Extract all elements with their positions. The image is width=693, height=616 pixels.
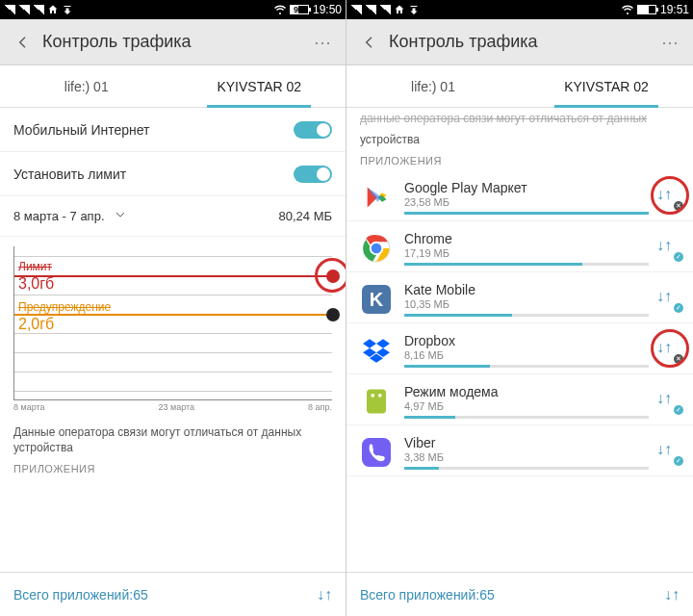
app-icon (360, 334, 393, 367)
footer-summary[interactable]: Всего приложений:65 ↓↑ (0, 572, 346, 616)
home-icon (47, 4, 59, 15)
app-name: Google Play Маркет (404, 180, 649, 195)
total-apps-label: Всего приложений:65 (13, 587, 148, 603)
apps-section-label: ПРИЛОЖЕНИЯ (346, 149, 693, 170)
left-screenshot: 9 19:50 Контроль трафика ⋯ life:) 01 KYI… (0, 0, 346, 616)
sort-icon[interactable]: ↓↑ (664, 586, 680, 603)
svg-rect-7 (362, 438, 391, 467)
page-title: Контроль трафика (42, 32, 192, 52)
limit-line[interactable] (14, 275, 332, 277)
download-icon (62, 4, 73, 15)
app-row[interactable]: Viber3,38 МБ↓↑✓ (346, 425, 693, 476)
annotation-circle (315, 258, 346, 293)
mobile-internet-label: Мобильный Интернет (13, 122, 150, 138)
usage-chart[interactable]: Лимит 3,0гб Предупреждение 2,0гб 8 марта… (0, 237, 346, 418)
app-name: Режим модема (404, 384, 649, 399)
app-size: 8,16 МБ (404, 349, 649, 361)
period-range: 8 марта - 7 апр. (13, 209, 105, 223)
app-row[interactable]: Chrome17,19 МБ↓↑✓ (346, 221, 693, 272)
note-partial: данные оператора связи могут отличаться … (346, 108, 693, 129)
back-button[interactable] (8, 27, 38, 58)
app-list: Google Play Маркет23,58 МБ↓↑✕Chrome17,19… (346, 170, 693, 476)
set-limit-row: Установить лимит (0, 152, 346, 196)
download-icon (408, 4, 420, 15)
app-name: Viber (404, 435, 649, 450)
app-header: Контроль трафика ⋯ (0, 19, 346, 65)
app-name: Dropbox (404, 333, 649, 348)
app-row[interactable]: Google Play Маркет23,58 МБ↓↑✕ (346, 170, 693, 221)
set-limit-toggle[interactable] (294, 166, 332, 183)
clock: 19:50 (313, 3, 342, 16)
app-icon (360, 436, 393, 469)
app-size: 4,97 МБ (404, 400, 649, 412)
allowed-icon: ✓ (674, 303, 683, 313)
app-restrict-toggle[interactable]: ↓↑✓ (656, 390, 680, 413)
set-limit-label: Установить лимит (13, 167, 126, 182)
warning-line[interactable] (14, 314, 332, 316)
app-restrict-toggle[interactable]: ↓↑✓ (656, 237, 680, 260)
note-partial2: устройства (346, 129, 693, 150)
overflow-menu[interactable]: ⋯ (655, 28, 685, 57)
battery-icon: 9 (290, 5, 309, 14)
chevron-down-icon (115, 209, 126, 223)
mobile-internet-toggle[interactable] (294, 121, 332, 139)
allowed-icon: ✓ (674, 252, 683, 262)
home-icon (394, 4, 405, 15)
right-screenshot: 19:51 Контроль трафика ⋯ life:) 01 KYIVS… (346, 0, 693, 616)
app-size: 3,38 МБ (404, 451, 649, 463)
app-header: Контроль трафика ⋯ (346, 19, 693, 65)
tab-kyivstar[interactable]: KYIVSTAR 02 (520, 65, 693, 107)
status-bar: 9 19:50 (0, 0, 346, 19)
x-tick: 23 марта (159, 402, 195, 412)
apps-section-label: ПРИЛОЖЕНИЯ (0, 457, 346, 478)
footer-summary[interactable]: Всего приложений:65 ↓↑ (346, 572, 693, 616)
x-tick: 8 марта (13, 402, 45, 412)
back-button[interactable] (354, 27, 385, 58)
period-total: 80,24 МБ (278, 209, 332, 223)
app-row[interactable]: KKate Mobile10,35 МБ↓↑✓ (346, 272, 693, 323)
svg-rect-4 (367, 390, 386, 414)
app-icon (360, 181, 393, 214)
signal-icon (18, 5, 30, 14)
sim-tabs: life:) 01 KYIVSTAR 02 (346, 65, 693, 108)
annotation-circle (651, 176, 689, 215)
wifi-icon (274, 4, 286, 15)
mobile-internet-row: Мобильный Интернет (0, 108, 346, 152)
svg-point-6 (378, 394, 382, 398)
battery-charging-icon (637, 5, 656, 14)
app-size: 17,19 МБ (404, 247, 649, 259)
overflow-menu[interactable]: ⋯ (308, 28, 338, 57)
app-icon: K (360, 283, 393, 316)
app-size: 10,35 МБ (404, 298, 649, 310)
app-restrict-toggle[interactable]: ↓↑✓ (656, 288, 680, 311)
wifi-icon (622, 4, 633, 15)
status-bar: 19:51 (346, 0, 693, 19)
app-icon (360, 232, 393, 265)
annotation-circle (651, 329, 689, 368)
app-restrict-toggle[interactable]: ↓↑✓ (656, 441, 680, 464)
tab-kyivstar[interactable]: KYIVSTAR 02 (173, 65, 346, 107)
signal-icon (350, 5, 362, 14)
signal-icon (4, 5, 15, 14)
app-row[interactable]: Dropbox8,16 МБ↓↑✕ (346, 323, 693, 374)
app-row[interactable]: Режим модема4,97 МБ↓↑✓ (346, 374, 693, 425)
app-name: Chrome (404, 231, 649, 246)
app-icon (360, 385, 393, 418)
app-size: 23,58 МБ (404, 196, 649, 208)
sort-icon[interactable]: ↓↑ (317, 586, 332, 603)
allowed-icon: ✓ (674, 405, 683, 415)
allowed-icon: ✓ (674, 456, 683, 466)
limit-value: 3,0гб (18, 275, 54, 293)
svg-point-5 (371, 394, 374, 398)
x-tick: 8 апр. (308, 402, 332, 412)
warning-value: 2,0гб (18, 316, 54, 333)
operator-note: Данные оператора связи могут отличаться … (0, 418, 346, 457)
tab-life[interactable]: life:) 01 (346, 65, 520, 107)
tab-life[interactable]: life:) 01 (0, 65, 173, 107)
signal-icon (379, 5, 391, 14)
signal-icon (33, 5, 44, 14)
warning-handle[interactable] (326, 308, 340, 321)
period-selector[interactable]: 8 марта - 7 апр. 80,24 МБ (0, 196, 346, 237)
page-title: Контроль трафика (389, 32, 538, 52)
app-name: Kate Mobile (404, 282, 649, 297)
